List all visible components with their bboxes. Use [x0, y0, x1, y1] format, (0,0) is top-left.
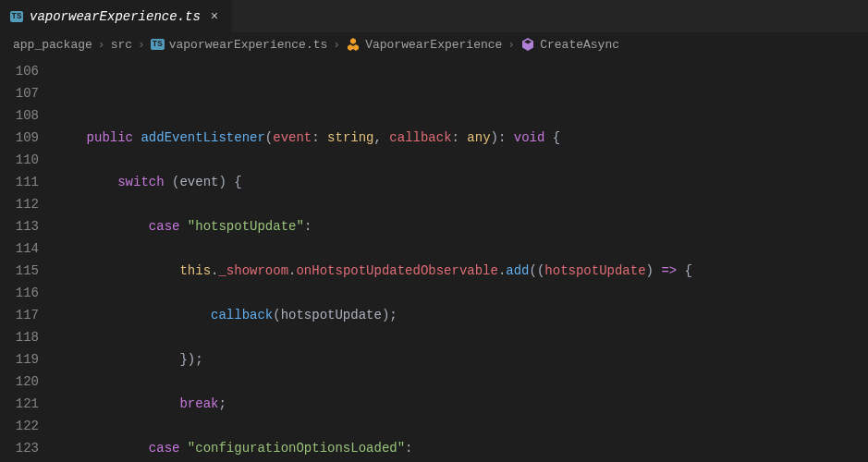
class-icon: [346, 37, 361, 52]
method-icon: [520, 37, 535, 52]
breadcrumb-item[interactable]: CreateAsync: [520, 37, 619, 52]
breadcrumb-item[interactable]: src: [111, 38, 132, 52]
close-icon[interactable]: ×: [206, 8, 223, 25]
code-editor[interactable]: 106 107 108 109 110 111 112 113 114 115 …: [0, 56, 868, 462]
chevron-right-icon: ›: [138, 38, 145, 52]
breadcrumb-item[interactable]: VaporwearExperience: [346, 37, 502, 52]
editor-tab[interactable]: TS vaporwearExperience.ts ×: [0, 0, 232, 32]
typescript-icon: TS: [151, 39, 165, 50]
chevron-right-icon: ›: [507, 38, 515, 52]
breadcrumb[interactable]: app_package › src › TS vaporwearExperien…: [0, 32, 868, 56]
chevron-right-icon: ›: [98, 38, 105, 52]
tab-bar: TS vaporwearExperience.ts ×: [0, 0, 868, 32]
breadcrumb-item[interactable]: app_package: [13, 38, 92, 52]
breadcrumb-item[interactable]: TS vaporwearExperience.ts: [151, 38, 327, 52]
line-number-gutter: 106 107 108 109 110 111 112 113 114 115 …: [0, 56, 55, 462]
typescript-icon: TS: [9, 9, 24, 24]
tab-filename: vaporwearExperience.ts: [30, 9, 201, 24]
code-content[interactable]: public addEventListener(event: string, c…: [55, 56, 868, 462]
chevron-right-icon: ›: [333, 38, 340, 52]
